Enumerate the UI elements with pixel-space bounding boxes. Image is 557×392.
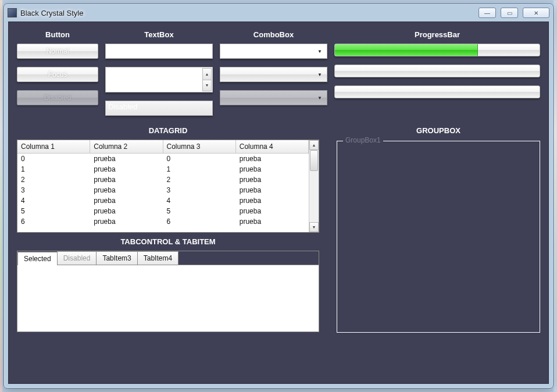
scroll-thumb[interactable] <box>310 150 318 171</box>
tab-content <box>17 265 319 331</box>
table-cell: 5 <box>163 206 236 216</box>
table-cell: prueba <box>90 195 163 206</box>
chevron-down-icon: ▼ <box>317 49 322 54</box>
maximize-icon: ▭ <box>507 10 512 16</box>
minimize-icon: — <box>484 10 490 16</box>
button-normal[interactable]: Normal <box>17 44 98 59</box>
progressbar-empty-1 <box>334 65 540 77</box>
scroll-up-icon[interactable]: ▲ <box>309 140 319 150</box>
table-row[interactable]: 1prueba1prueba <box>17 164 309 174</box>
header-button: Button <box>17 30 98 44</box>
table-cell: prueba <box>236 154 309 164</box>
table-cell: 4 <box>163 195 236 206</box>
tab-selected[interactable]: Selected <box>17 252 58 265</box>
table-cell: 3 <box>17 185 90 195</box>
table-cell: prueba <box>236 174 309 185</box>
tab-tabitem3[interactable]: TabItem3 <box>96 251 137 265</box>
textbox-normal[interactable] <box>105 44 213 59</box>
table-row[interactable]: 5prueba5prueba <box>17 206 309 216</box>
maximize-button[interactable]: ▭ <box>501 8 518 18</box>
textbox-multiline[interactable]: ▲ ▼ <box>105 67 213 92</box>
combobox-glossy[interactable]: ▼ <box>220 67 327 82</box>
table-row[interactable]: 3prueba3prueba <box>17 185 309 195</box>
window-frame: Black Crystal Style — ▭ ✕ Button Normal … <box>3 3 554 389</box>
progressbar-empty-2 <box>334 85 540 98</box>
table-cell: prueba <box>90 174 163 185</box>
table-cell: prueba <box>236 195 309 206</box>
table-cell: 1 <box>163 164 236 174</box>
progressbar-active <box>334 44 540 56</box>
scrollbar-vertical[interactable]: ▲ ▼ <box>309 140 319 232</box>
table-cell: 0 <box>17 154 90 164</box>
table-cell: 5 <box>17 206 90 216</box>
table-cell: 6 <box>17 216 90 227</box>
table-cell: prueba <box>90 216 163 227</box>
table-row[interactable]: 0prueba0prueba <box>17 154 309 164</box>
table-cell: prueba <box>90 164 163 174</box>
tabcontrol: SelectedDisabledTabItem3TabItem4 <box>17 251 319 332</box>
close-button[interactable]: ✕ <box>523 8 549 18</box>
groupbox: GroupBox1 <box>337 141 540 333</box>
table-cell: 1 <box>17 164 90 174</box>
header-textbox: TextBox <box>105 30 213 44</box>
table-row[interactable]: 4prueba4prueba <box>17 195 309 206</box>
table-cell: 0 <box>163 154 236 164</box>
spinner-up-icon[interactable]: ▲ <box>202 68 212 80</box>
app-icon <box>8 8 17 17</box>
datagrid[interactable]: Columna 1Columna 2Columna 3Columna 4 0pr… <box>17 140 319 233</box>
table-cell: prueba <box>236 206 309 216</box>
titlebar[interactable]: Black Crystal Style — ▭ ✕ <box>4 4 553 22</box>
combobox-normal[interactable]: ▼ <box>220 44 327 59</box>
table-cell: 6 <box>163 216 236 227</box>
button-disabled: Disabled <box>17 90 98 105</box>
minimize-button[interactable]: — <box>479 8 496 18</box>
table-cell: 3 <box>163 185 236 195</box>
button-focus[interactable]: Focus <box>17 67 98 82</box>
header-combobox: ComboBox <box>220 30 327 44</box>
column-header[interactable]: Columna 4 <box>236 140 309 154</box>
table-row[interactable]: 2prueba2prueba <box>17 174 309 185</box>
column-header[interactable]: Columna 2 <box>90 140 163 154</box>
column-header[interactable]: Columna 3 <box>163 140 236 154</box>
tab-tabitem4[interactable]: TabItem4 <box>137 251 178 265</box>
table-cell: prueba <box>90 154 163 164</box>
scroll-down-icon[interactable]: ▼ <box>309 222 319 232</box>
table-cell: prueba <box>236 185 309 195</box>
column-header[interactable]: Columna 1 <box>17 140 90 154</box>
chevron-down-icon: ▼ <box>317 95 322 101</box>
window-title: Black Crystal Style <box>20 9 83 17</box>
client-area: Button Normal Focus Disabled TextBox ▲ ▼ <box>8 22 549 384</box>
tab-disabled: Disabled <box>57 251 97 265</box>
table-cell: 4 <box>17 195 90 206</box>
table-cell: prueba <box>90 185 163 195</box>
textbox-disabled: Disabled <box>105 101 213 116</box>
spinner-down-icon[interactable]: ▼ <box>202 80 212 92</box>
table-cell: prueba <box>236 164 309 174</box>
header-progressbar: ProgressBar <box>334 30 540 44</box>
close-icon: ✕ <box>534 10 538 16</box>
table-cell: prueba <box>236 216 309 227</box>
section-title-tabcontrol: TABCONTROL & TABITEM <box>17 233 319 251</box>
table-cell: 2 <box>163 174 236 185</box>
chevron-down-icon: ▼ <box>317 72 322 77</box>
table-cell: 2 <box>17 174 90 185</box>
table-row[interactable]: 6prueba6prueba <box>17 216 309 227</box>
groupbox-legend: GroupBox1 <box>343 136 383 144</box>
combobox-disabled: ▼ <box>220 90 327 105</box>
section-title-datagrid: DATAGRID <box>17 122 319 140</box>
table-cell: prueba <box>90 206 163 216</box>
